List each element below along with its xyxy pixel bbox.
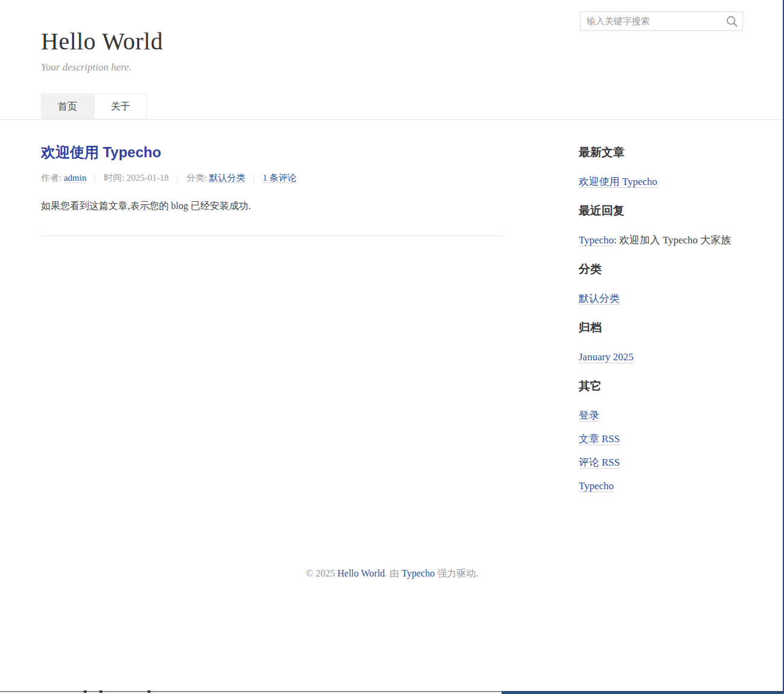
login-link[interactable]: 登录 [579,410,599,422]
category-link[interactable]: 默认分类 [209,173,245,183]
taskbar-top-edge [0,691,502,692]
footer-typecho-link[interactable]: Typecho [402,568,435,578]
sidebar-heading: 最近回复 [579,203,743,219]
site-title[interactable]: Hello World [41,27,743,55]
list-item: 登录 [579,408,743,423]
author-link[interactable]: admin [64,173,87,183]
list-item: Typecho: 欢迎加入 Typecho 大家族 [579,233,743,248]
author-label: 作者: [41,173,64,183]
reply-author-link[interactable]: Typecho [579,234,614,246]
sidebar-section-archives: 归档 January 2025 [579,320,743,364]
category-sidebar-link[interactable]: 默认分类 [579,293,620,305]
taskbar-icon-sliver [99,690,102,693]
nav-tab-home[interactable]: 首页 [41,93,94,119]
category-label: 分类: [186,173,209,183]
sidebar-heading: 最新文章 [579,145,743,160]
archive-link[interactable]: January 2025 [579,351,633,363]
post-rss-link[interactable]: 文章 RSS [579,433,620,445]
site-header: Hello World Your description here. 首页 关于 [41,0,743,119]
post-divider [41,236,503,236]
footer-site-link[interactable]: Hello World [337,568,385,578]
list-item: 文章 RSS [579,432,743,446]
meta-separator: | [94,173,96,183]
time-label: 时间: [104,173,126,183]
list-item: January 2025 [579,350,743,364]
meta-separator: | [253,173,255,183]
taskbar-icon-sliver [148,690,151,693]
post-date: 2025-01-18 [126,173,169,183]
sidebar: 最新文章 欢迎使用 Typecho 最近回复 Typecho: 欢迎加入 Typ… [579,120,743,507]
sidebar-heading: 其它 [579,378,743,394]
recent-post-link[interactable]: 欢迎使用 Typecho [579,176,658,188]
comment-rss-link[interactable]: 评论 RSS [579,457,620,469]
sidebar-section-recent-posts: 最新文章 欢迎使用 Typecho [579,145,743,189]
list-item: 欢迎使用 Typecho [579,175,743,189]
sidebar-section-recent-replies: 最近回复 Typecho: 欢迎加入 Typecho 大家族 [579,203,743,248]
site-footer: © 2025 Hello World. 由 Typecho 强力驱动. [0,567,784,580]
list-item: 评论 RSS [579,455,743,470]
sidebar-section-categories: 分类 默认分类 [579,261,743,306]
post-excerpt: 如果您看到这篇文章,表示您的 blog 已经安装成功. [41,199,503,213]
main-nav: 首页 关于 [41,93,743,119]
meta-separator: | [176,173,178,183]
footer-text: . 由 [385,568,402,578]
post-list: 欢迎使用 Typecho 作者: admin|时间: 2025-01-18|分类… [41,120,503,507]
site-description: Your description here. [41,61,743,73]
copyright-text: © 2025 [306,568,337,578]
post-title-link[interactable]: 欢迎使用 Typecho [41,143,503,162]
sidebar-heading: 分类 [579,261,743,277]
footer-text: 强力驱动. [435,568,478,578]
search-input[interactable] [580,12,742,30]
post: 欢迎使用 Typecho 作者: admin|时间: 2025-01-18|分类… [41,143,503,213]
window-frame-bottom-edge [502,691,784,694]
taskbar-icon-sliver [84,690,87,693]
reply-text: : 欢迎加入 Typecho 大家族 [614,234,731,246]
list-item: 默认分类 [579,292,743,306]
sidebar-section-misc: 其它 登录 文章 RSS 评论 RSS Typecho [579,378,743,493]
list-item: Typecho [579,479,743,493]
post-meta: 作者: admin|时间: 2025-01-18|分类: 默认分类|1 条评论 [41,172,503,184]
sidebar-heading: 归档 [579,320,743,336]
comments-link[interactable]: 1 条评论 [263,173,296,183]
typecho-link[interactable]: Typecho [579,480,614,492]
search-icon[interactable] [726,15,738,28]
search-box [580,11,743,31]
nav-tab-about[interactable]: 关于 [94,93,147,119]
